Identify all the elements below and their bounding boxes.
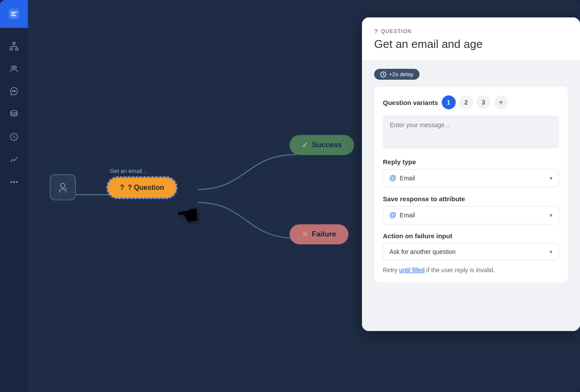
save-attr-group: Save response to attribute @ Email ▾ — [383, 195, 559, 224]
svg-point-5 — [14, 66, 17, 69]
right-panel: ? QUESTION Get an email and age +2s dela… — [362, 17, 580, 331]
save-attr-chevron: ▾ — [549, 212, 553, 219]
variant-btn-1[interactable]: 1 — [442, 95, 456, 109]
start-node[interactable] — [50, 174, 76, 200]
reply-type-chevron: ▾ — [549, 175, 553, 182]
svg-point-13 — [16, 182, 17, 183]
reply-type-label: Reply type — [383, 158, 559, 166]
variant-btn-2[interactable]: 2 — [459, 95, 473, 109]
failure-action-group: Action on failure input Ask for another … — [383, 232, 559, 260]
svg-point-4 — [12, 66, 14, 69]
sidebar-item-database[interactable] — [4, 105, 24, 124]
svg-point-14 — [61, 183, 65, 188]
save-attr-label: Save response to attribute — [383, 195, 559, 203]
question-node-label: Get an email... — [110, 168, 147, 174]
email-at-icon: @ — [389, 174, 396, 182]
question-node[interactable]: ? ? Question — [106, 176, 177, 199]
svg-rect-1 — [13, 42, 15, 44]
question-icon-small: ? — [374, 28, 379, 35]
sidebar-item-analytics[interactable] — [4, 150, 24, 169]
reply-type-select[interactable]: @ Email ▾ — [383, 169, 559, 187]
flow-connectors — [28, 0, 377, 392]
variants-label: Question variants — [383, 99, 438, 106]
success-node[interactable]: ✓ Success — [290, 135, 354, 155]
variant-btn-add[interactable]: + — [494, 95, 508, 109]
svg-point-7 — [14, 91, 14, 91]
save-at-icon: @ — [389, 211, 396, 219]
failure-action-chevron: ▾ — [549, 248, 553, 255]
retry-link[interactable]: until filled — [399, 267, 424, 274]
failure-x-icon: ✕ — [302, 230, 308, 239]
delay-badge-text: +2s delay — [389, 71, 413, 78]
panel-header: ? QUESTION Get an email and age — [362, 17, 580, 60]
sidebar — [0, 0, 28, 392]
save-attr-value: Email — [400, 212, 415, 219]
reply-type-group: Reply type @ Email ▾ — [383, 158, 559, 187]
sidebar-nav — [0, 37, 28, 192]
cursor-hand: ☚ — [174, 199, 202, 233]
sidebar-item-hierarchy[interactable] — [4, 37, 24, 56]
svg-rect-2 — [10, 48, 13, 51]
svg-point-12 — [14, 182, 15, 183]
panel-type-label: ? QUESTION — [374, 28, 568, 35]
panel-body: +2s delay Question variants 1 2 3 + Repl… — [362, 60, 580, 331]
svg-point-11 — [10, 182, 12, 183]
svg-point-8 — [15, 91, 16, 91]
panel-section-main: Question variants 1 2 3 + Reply type @ E… — [374, 87, 568, 282]
failure-node-text: Failure — [312, 230, 336, 239]
sidebar-item-contacts[interactable] — [4, 59, 24, 78]
variants-row: Question variants 1 2 3 + — [383, 95, 559, 109]
sidebar-item-ai[interactable] — [4, 82, 24, 101]
delay-badge[interactable]: +2s delay — [374, 69, 420, 80]
variant-btn-3[interactable]: 3 — [477, 95, 491, 109]
sidebar-item-history[interactable] — [4, 127, 24, 146]
sidebar-item-more[interactable] — [4, 172, 24, 192]
failure-node[interactable]: ✕ Failure — [290, 224, 348, 244]
flow-canvas[interactable]: Get an email... ? ? Question ✓ Success ✕… — [28, 0, 580, 392]
failure-action-label: Action on failure input — [383, 232, 559, 240]
svg-rect-3 — [16, 48, 18, 51]
failure-action-value: Ask for another question — [389, 248, 456, 255]
retry-text: Retry until filled if the user reply is … — [383, 267, 559, 274]
success-node-text: Success — [312, 141, 342, 149]
svg-point-9 — [11, 111, 17, 113]
app-logo[interactable] — [0, 0, 28, 28]
svg-point-6 — [12, 91, 13, 91]
reply-type-value: Email — [400, 175, 415, 182]
question-mark-icon: ? — [120, 184, 124, 192]
question-node-text: ? Question — [128, 184, 164, 192]
panel-title: Get an email and age — [374, 37, 568, 51]
failure-action-select[interactable]: Ask for another question ▾ — [383, 243, 559, 260]
save-attr-select[interactable]: @ Email ▾ — [383, 206, 559, 224]
success-check-icon: ✓ — [302, 140, 308, 150]
message-input[interactable] — [383, 115, 559, 149]
